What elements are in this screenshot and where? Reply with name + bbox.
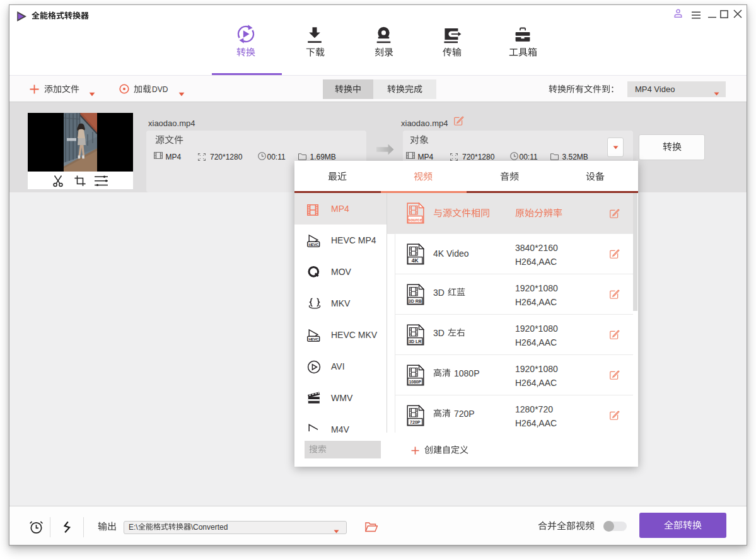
svg-text:720P: 720P: [410, 420, 421, 424]
svg-text:HEVC: HEVC: [308, 242, 319, 247]
svg-text:source: source: [408, 218, 422, 222]
svg-text:4K: 4K: [412, 257, 419, 264]
svg-text:1080P: 1080P: [409, 380, 421, 384]
svg-text:3D RB: 3D RB: [409, 299, 422, 303]
svg-text:3D LR: 3D LR: [409, 339, 421, 344]
svg-text:HEVC: HEVC: [308, 337, 319, 341]
